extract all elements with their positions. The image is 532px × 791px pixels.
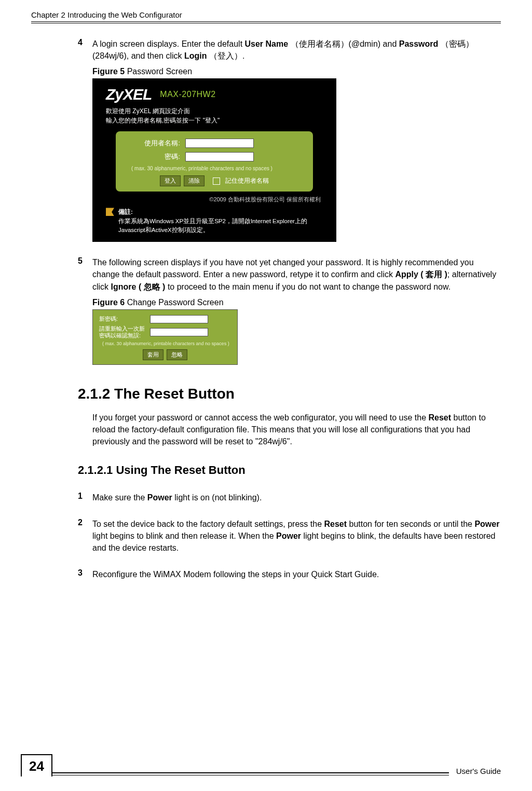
clear-button[interactable]: 清除 — [184, 175, 204, 186]
input-hint: ( max. 30 alphanumeric, printable charac… — [131, 166, 305, 171]
page-footer: 24 User's Guide — [0, 754, 501, 776]
step-text: Reconfigure the WiMAX Modem following th… — [92, 568, 379, 580]
section-2121-heading: 2.1.2.1 Using The Reset Button — [78, 463, 501, 477]
confirmpass-input[interactable] — [150, 328, 208, 336]
chapter-title: Chapter 2 Introducing the Web Configurat… — [31, 10, 501, 19]
step-number: 1 — [78, 492, 92, 503]
password-label: 密碼: — [124, 152, 185, 161]
step-text: To set the device back to the factory de… — [92, 518, 501, 554]
bold-text: User Name — [245, 39, 289, 48]
text: （使用者名稱）(@dmin) and — [288, 39, 399, 48]
step-b1: 1 Make sure the Power light is on (not b… — [78, 492, 501, 503]
flag-icon — [106, 208, 114, 216]
bold-text: Login — [184, 51, 207, 60]
username-row: 使用者名稱: — [124, 139, 305, 148]
welcome-line2: 輸入您的使用者名稱,密碼並按一下 "登入" — [106, 116, 323, 125]
step-text: The following screen displays if you hav… — [92, 256, 501, 293]
newpass-row: 新密碼: — [99, 315, 231, 323]
text: to proceed to the main menu if you do no… — [165, 282, 451, 291]
apply-button[interactable]: 套用 — [143, 349, 163, 360]
bold-text: Power — [474, 520, 499, 528]
fig6-buttons-row: 套用 忽略 — [99, 349, 231, 360]
newpass-input[interactable] — [150, 315, 208, 323]
step-text: Make sure the Power light is on (not bli… — [92, 492, 262, 503]
ignore-button[interactable]: 忽略 — [167, 349, 187, 360]
model-label: MAX-207HW2 — [160, 90, 215, 99]
footer-rule — [52, 772, 449, 775]
figure5-header: ZyXEL MAX-207HW2 — [92, 78, 336, 106]
bold-text: Power — [276, 531, 301, 540]
text: light is on (not blinking). — [172, 493, 262, 502]
figure6-caption: Figure 6 Change Password Screen — [92, 298, 501, 307]
text: button for ten seconds or until the — [347, 520, 474, 528]
copyright-text: ©2009 合勤科技股份有限公司 保留所有權利 — [92, 192, 336, 206]
step-4: 4 A login screen displays. Enter the def… — [78, 38, 501, 62]
remember-label: 記住使用者名稱 — [225, 176, 269, 185]
figure5-caption: Figure 5 Password Screen — [92, 67, 501, 76]
figure-title: Password Screen — [125, 67, 192, 76]
password-input[interactable] — [185, 152, 254, 161]
step-b2: 2 To set the device back to the factory … — [78, 518, 501, 554]
bold-text: Password — [399, 39, 439, 48]
footer-guide-label: User's Guide — [456, 767, 501, 776]
bold-text: Reset — [428, 413, 451, 422]
welcome-text: 歡迎使用 ZyXEL 網頁設定介面 輸入您的使用者名稱,密碼並按一下 "登入" — [92, 106, 336, 131]
confirmpass-row: 請重新輸入一次新密碼以確認無誤: — [99, 325, 231, 339]
step-number: 2 — [78, 518, 92, 554]
text: A login screen displays. — [92, 39, 182, 48]
confirmpass-label: 請重新輸入一次新密碼以確認無誤: — [99, 325, 150, 339]
username-input[interactable] — [185, 139, 254, 148]
bold-text: Power — [147, 493, 172, 502]
step-number: 4 — [78, 38, 92, 62]
input-hint: ( max. 30 alphanumeric, printable charac… — [102, 341, 231, 346]
step-number: 5 — [78, 256, 92, 293]
brand-logo: ZyXEL — [106, 86, 152, 103]
welcome-line1: 歡迎使用 ZyXEL 網頁設定介面 — [106, 106, 323, 116]
remember-checkbox[interactable] — [213, 178, 220, 185]
text: Reconfigure the WiMAX Modem following th… — [92, 570, 379, 579]
step-number: 3 — [78, 568, 92, 580]
note-text: 備註: 作業系統為Windows XP並且升級至SP2，請開啟Internet … — [118, 208, 323, 235]
bold-text: Reset — [324, 520, 347, 528]
password-row: 密碼: — [124, 152, 305, 161]
username-label: 使用者名稱: — [124, 139, 185, 148]
bold-text: Apply ( 套用 ) — [395, 270, 447, 279]
text: light begins to blink and then release i… — [92, 531, 276, 540]
note-row: 備註: 作業系統為Windows XP並且升級至SP2，請開啟Internet … — [92, 206, 336, 237]
page-number: 24 — [21, 754, 52, 776]
login-button[interactable]: 登入 — [160, 175, 181, 186]
figure-label: Figure 5 — [92, 67, 125, 76]
text: Enter the default — [182, 39, 245, 48]
login-buttons-row: 登入 清除 記住使用者名稱 — [124, 175, 305, 186]
step-5: 5 The following screen displays if you h… — [78, 256, 501, 293]
text: To set the device back to the factory de… — [92, 520, 324, 528]
newpass-label: 新密碼: — [99, 316, 150, 322]
figure5-password-screen: ZyXEL MAX-207HW2 歡迎使用 ZyXEL 網頁設定介面 輸入您的使… — [92, 78, 336, 242]
header-rule — [31, 21, 501, 23]
step-b3: 3 Reconfigure the WiMAX Modem following … — [78, 568, 501, 580]
figure-label: Figure 6 — [92, 298, 125, 307]
section-212-para: If you forget your password or cannot ac… — [92, 412, 501, 448]
section-212-heading: 2.1.2 The Reset Button — [78, 386, 501, 402]
text: Make sure the — [92, 493, 147, 502]
note-title: 備註: — [118, 209, 133, 215]
step-text: A login screen displays. Enter the defau… — [92, 38, 501, 62]
note-body: 作業系統為Windows XP並且升級至SP2，請開啟Internet Expl… — [118, 218, 307, 233]
figure-title: Change Password Screen — [125, 298, 223, 307]
figure6-change-password: 新密碼: 請重新輸入一次新密碼以確認無誤: ( max. 30 alphanum… — [92, 309, 238, 365]
text: If you forget your password or cannot ac… — [92, 413, 428, 422]
text: （登入）. — [207, 51, 245, 60]
login-box: 使用者名稱: 密碼: ( max. 30 alphanumeric, print… — [116, 131, 313, 192]
bold-text: Ignore ( 忽略 ) — [111, 282, 166, 291]
